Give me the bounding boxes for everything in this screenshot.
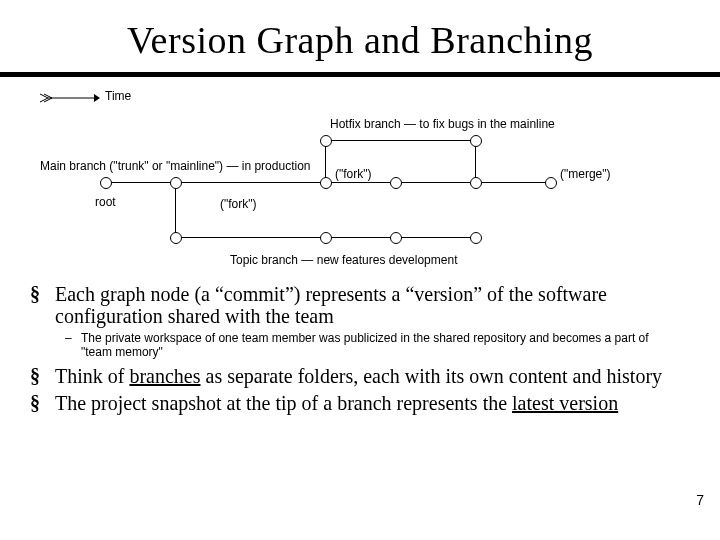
bullet-item: Each graph node (a “commit”) represents … [55,283,680,328]
underlined-text: latest version [512,392,618,414]
bullet-item: The project snapshot at the tip of a bra… [55,392,680,414]
commit-node [100,177,112,189]
fork-label-2: ("fork") [220,197,257,211]
divider [0,72,720,77]
edge [330,140,475,141]
commit-node [390,177,402,189]
text: as separate folders, each with its own c… [201,365,663,387]
text: The project snapshot at the tip of a bra… [55,392,512,414]
fork-label: ("fork") [335,167,372,181]
edge [175,182,176,237]
svg-line-2 [40,94,48,98]
text: Think of [55,365,129,387]
slide-title: Version Graph and Branching [0,0,720,72]
topic-branch-label: Topic branch — new features development [230,253,457,267]
commit-node [470,177,482,189]
slide: Version Graph and Branching Time Hotfix … [0,0,720,540]
main-branch-label: Main branch ("trunk" or "mainline") — in… [40,159,311,173]
commit-node [320,177,332,189]
commit-node [170,232,182,244]
commit-node [470,232,482,244]
commit-node [320,135,332,147]
hotfix-label: Hotfix branch — to fix bugs in the mainl… [330,117,555,131]
svg-line-3 [40,98,48,102]
page-number: 7 [696,492,704,508]
bullet-list: Each graph node (a “commit”) represents … [0,277,720,414]
commit-node [545,177,557,189]
commit-node [470,135,482,147]
commit-node [390,232,402,244]
version-graph-diagram: Time Hotfix branch — to fix bugs in the … [20,87,700,277]
svg-marker-1 [94,94,100,102]
bullet-item: Think of branches as separate folders, e… [55,365,680,387]
time-label: Time [105,89,131,103]
underlined-text: branches [129,365,200,387]
sub-bullet-item: The private workspace of one team member… [81,332,680,360]
time-arrow-icon [40,91,100,105]
commit-node [320,232,332,244]
commit-node [170,177,182,189]
root-label: root [95,195,116,209]
merge-label: ("merge") [560,167,611,181]
